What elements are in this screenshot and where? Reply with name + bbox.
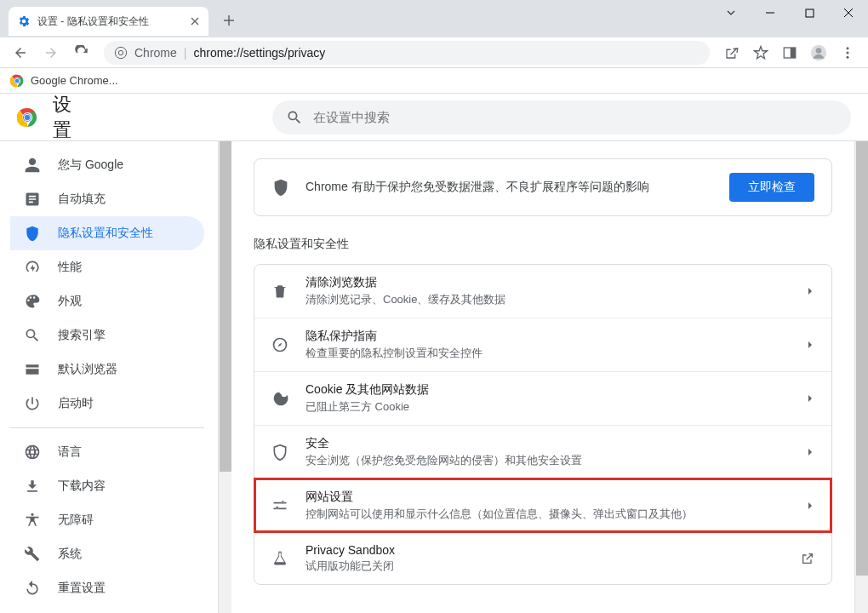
minimize-button[interactable] xyxy=(751,0,790,26)
search-icon xyxy=(24,327,41,344)
sidebar-item-languages[interactable]: 语言 xyxy=(10,435,204,469)
compass-icon xyxy=(271,336,288,353)
row-privacy-sandbox[interactable]: Privacy Sandbox试用版功能已关闭 xyxy=(254,532,831,584)
power-icon xyxy=(24,395,41,412)
security-banner: Chrome 有助于保护您免受数据泄露、不良扩展程序等问题的影响 立即检查 xyxy=(254,158,832,216)
svg-point-8 xyxy=(847,51,849,54)
chrome-icon xyxy=(114,46,128,60)
sidebar: 您与 Google 自动填充 隐私设置和安全性 性能 外观 搜索引擎 默认浏览器… xyxy=(0,141,218,613)
external-link-icon xyxy=(801,552,814,565)
row-sub: 控制网站可以使用和显示什么信息（如位置信息、摄像头、弹出式窗口及其他） xyxy=(306,507,789,522)
tab-title: 设置 - 隐私设置和安全性 xyxy=(37,14,181,29)
chevron-right-icon xyxy=(806,341,814,349)
chevron-down-icon[interactable] xyxy=(711,0,751,26)
sidebar-item-label: 无障碍 xyxy=(58,513,94,528)
profile-avatar-icon[interactable] xyxy=(805,39,832,66)
check-now-button[interactable]: 立即检查 xyxy=(729,173,814,202)
sidebar-item-label: 您与 Google xyxy=(58,158,123,173)
row-title: 清除浏览数据 xyxy=(306,275,789,290)
sidebar-item-accessibility[interactable]: 无障碍 xyxy=(10,503,204,537)
sidebar-item-search-engine[interactable]: 搜索引擎 xyxy=(10,318,204,352)
browser-icon xyxy=(24,361,41,378)
omnibox[interactable]: Chrome | chrome://settings/privacy xyxy=(104,41,710,65)
sidebar-item-label: 性能 xyxy=(58,260,82,275)
new-tab-button[interactable] xyxy=(217,9,241,32)
row-privacy-guide[interactable]: 隐私保护指南检查重要的隐私控制设置和安全控件 xyxy=(254,318,831,371)
sidebar-item-on-startup[interactable]: 启动时 xyxy=(10,387,204,421)
browser-tab[interactable]: 设置 - 隐私设置和安全性 xyxy=(9,7,208,36)
close-tab-icon[interactable] xyxy=(188,14,202,28)
scrollbar-thumb[interactable] xyxy=(220,141,231,472)
sidebar-item-system[interactable]: 系统 xyxy=(10,537,204,571)
sidebar-item-label: 隐私设置和安全性 xyxy=(58,226,153,241)
accessibility-icon xyxy=(24,512,41,529)
sidebar-item-label: 下载内容 xyxy=(58,478,106,494)
reload-button[interactable] xyxy=(68,39,95,66)
menu-dots-icon[interactable] xyxy=(834,39,861,66)
chevron-right-icon xyxy=(806,501,814,510)
sidebar-item-default-browser[interactable]: 默认浏览器 xyxy=(10,352,204,387)
bookmark-item[interactable]: Google Chrome... xyxy=(31,74,118,87)
shield-outline-icon xyxy=(271,444,288,461)
window-controls xyxy=(711,0,868,26)
chevron-right-icon xyxy=(806,448,814,456)
sidebar-item-label: 重置设置 xyxy=(58,581,106,596)
privacy-list: 清除浏览数据清除浏览记录、Cookie、缓存及其他数据 隐私保护指南检查重要的隐… xyxy=(254,264,832,585)
sidebar-item-you-and-google[interactable]: 您与 Google xyxy=(10,148,204,182)
sidebar-item-label: 外观 xyxy=(58,294,82,309)
close-window-button[interactable] xyxy=(829,0,868,26)
side-panel-icon[interactable] xyxy=(776,39,803,66)
reset-icon xyxy=(24,580,41,597)
sidebar-item-downloads[interactable]: 下载内容 xyxy=(10,469,204,503)
row-title: Privacy Sandbox xyxy=(306,543,784,557)
settings-title: 设置 xyxy=(53,92,87,143)
maximize-button[interactable] xyxy=(790,0,829,26)
svg-rect-0 xyxy=(806,9,814,17)
row-clear-browsing-data[interactable]: 清除浏览数据清除浏览记录、Cookie、缓存及其他数据 xyxy=(254,265,831,318)
sidebar-item-privacy-security[interactable]: 隐私设置和安全性 xyxy=(10,216,204,250)
shield-icon xyxy=(271,178,290,197)
shield-icon xyxy=(24,225,41,242)
share-icon[interactable] xyxy=(718,39,745,66)
settings-search[interactable] xyxy=(272,100,851,135)
row-sub: 已阻止第三方 Cookie xyxy=(306,399,789,415)
row-site-settings[interactable]: 网站设置控制网站可以使用和显示什么信息（如位置信息、摄像头、弹出式窗口及其他） xyxy=(254,478,831,532)
settings-search-input[interactable] xyxy=(313,110,837,124)
sidebar-item-label: 搜索引擎 xyxy=(58,328,106,343)
sidebar-item-label: 默认浏览器 xyxy=(58,362,117,377)
tune-icon xyxy=(271,497,288,514)
row-title: 网站设置 xyxy=(306,490,789,505)
svg-point-9 xyxy=(847,55,849,58)
sidebar-item-label: 系统 xyxy=(58,547,82,562)
sidebar-item-label: 启动时 xyxy=(58,396,94,411)
bookmark-star-icon[interactable] xyxy=(747,39,774,66)
wrench-icon xyxy=(24,546,41,563)
sidebar-item-appearance[interactable]: 外观 xyxy=(10,284,204,318)
sidebar-item-label: 自动填充 xyxy=(58,192,106,207)
addressbar: Chrome | chrome://settings/privacy xyxy=(0,37,868,68)
section-title: 隐私设置和安全性 xyxy=(254,237,832,252)
sidebar-scrollbar[interactable] xyxy=(218,141,231,613)
sidebar-item-performance[interactable]: 性能 xyxy=(10,250,204,284)
download-icon xyxy=(24,478,41,495)
row-sub: 试用版功能已关闭 xyxy=(306,559,784,574)
svg-point-6 xyxy=(816,48,822,54)
row-title: Cookie 及其他网站数据 xyxy=(306,382,789,398)
bookmarks-bar: Google Chrome... xyxy=(0,68,868,94)
scrollbar-thumb[interactable] xyxy=(856,141,868,576)
content-area: Chrome 有助于保护您免受数据泄露、不良扩展程序等问题的影响 立即检查 隐私… xyxy=(231,141,854,613)
svg-point-13 xyxy=(15,78,19,82)
person-icon xyxy=(24,157,41,174)
sidebar-item-reset[interactable]: 重置设置 xyxy=(10,571,204,605)
row-cookies[interactable]: Cookie 及其他网站数据已阻止第三方 Cookie xyxy=(254,371,831,425)
row-security[interactable]: 安全安全浏览（保护您免受危险网站的侵害）和其他安全设置 xyxy=(254,425,831,478)
content-scrollbar[interactable] xyxy=(854,141,868,613)
settings-gear-icon xyxy=(17,14,31,28)
svg-rect-4 xyxy=(791,48,796,58)
chevron-right-icon xyxy=(806,394,814,403)
back-button[interactable] xyxy=(7,39,34,66)
settings-header: 设置 xyxy=(0,94,868,141)
chrome-logo-icon xyxy=(10,74,24,88)
trash-icon xyxy=(271,283,288,300)
sidebar-item-autofill[interactable]: 自动填充 xyxy=(10,182,204,216)
